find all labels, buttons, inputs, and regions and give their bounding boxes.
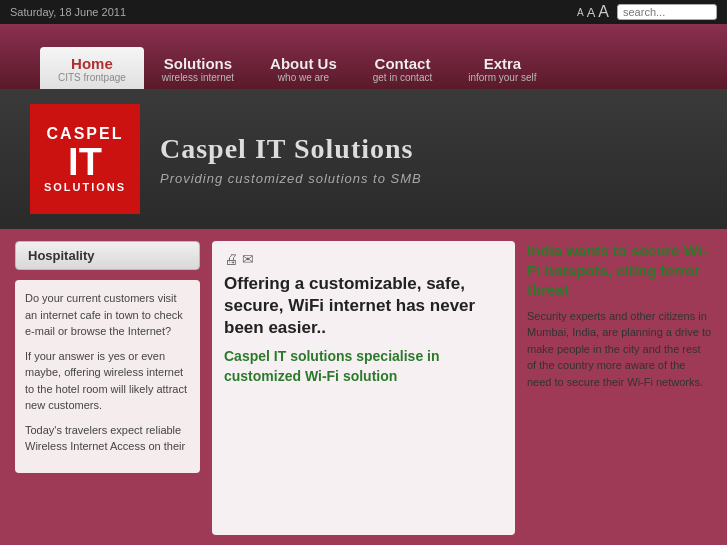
main-content: 🖨 ✉ Offering a customizable, safe, secur… <box>212 241 515 535</box>
content-area: Hospitality Do your current customers vi… <box>0 229 727 545</box>
hero-section: CASPEL IT SOLUTIONS Caspel IT Solutions … <box>0 89 727 229</box>
nav-sublabel-solutions: wireless internet <box>162 72 234 83</box>
nav-item-about[interactable]: About Us who we are <box>252 47 355 89</box>
logo-box: CASPEL IT SOLUTIONS <box>30 104 140 214</box>
nav-label-contact: Contact <box>373 55 432 72</box>
font-small[interactable]: A <box>577 7 584 18</box>
nav-label-home: Home <box>58 55 126 72</box>
nav-sublabel-home: CITS frontpage <box>58 72 126 83</box>
nav-label-solutions: Solutions <box>162 55 234 72</box>
nav-item-contact[interactable]: Contact get in contact <box>355 47 450 89</box>
logo-it: IT <box>68 143 102 181</box>
nav-item-home[interactable]: Home CITS frontpage <box>40 47 144 89</box>
nav-sublabel-extra: inform your self <box>468 72 536 83</box>
nav-sublabel-about: who we are <box>270 72 337 83</box>
nav-item-extra[interactable]: Extra inform your self <box>450 47 554 89</box>
nav-bar: Home CITS frontpage Solutions wireless i… <box>0 24 727 89</box>
font-size-controls: A A A <box>577 3 609 21</box>
sidebar-para-3: Today's travelers expect reliable Wirele… <box>25 422 190 455</box>
hero-title: Caspel IT Solutions <box>160 133 422 165</box>
main-headline: Offering a customizable, safe, secure, W… <box>224 273 503 339</box>
font-large[interactable]: A <box>598 3 609 21</box>
main-sub: Caspel IT solutions specialise in custom… <box>224 347 503 386</box>
sidebar-para-1: Do your current customers visit an inter… <box>25 290 190 340</box>
sidebar-para-2: If your answer is yes or even maybe, off… <box>25 348 190 414</box>
logo-solutions: SOLUTIONS <box>44 181 126 193</box>
search-input[interactable] <box>617 4 717 20</box>
font-medium[interactable]: A <box>587 5 596 20</box>
nav-item-solutions[interactable]: Solutions wireless internet <box>144 47 252 89</box>
top-bar-right: A A A <box>577 3 717 21</box>
date-label: Saturday, 18 June 2011 <box>10 6 126 18</box>
top-bar: Saturday, 18 June 2011 A A A <box>0 0 727 24</box>
sidebar-title: Hospitality <box>15 241 200 270</box>
print-icon[interactable]: 🖨 <box>224 251 238 267</box>
sidebar-content: Do your current customers visit an inter… <box>15 280 200 473</box>
nav-sublabel-contact: get in contact <box>373 72 432 83</box>
main-icons: 🖨 ✉ <box>224 251 503 267</box>
nav-label-about: About Us <box>270 55 337 72</box>
hero-text: Caspel IT Solutions Providing customized… <box>160 133 422 186</box>
hero-subtitle: Providing customized solutions to SMB <box>160 171 422 186</box>
sidebar: Hospitality Do your current customers vi… <box>15 241 200 535</box>
right-headline: India wants to secure Wi-Fi hotspots, ci… <box>527 241 712 300</box>
right-content: Security experts and other citizens in M… <box>527 308 712 391</box>
right-sidebar: India wants to secure Wi-Fi hotspots, ci… <box>527 241 712 535</box>
email-icon[interactable]: ✉ <box>242 251 254 267</box>
nav-label-extra: Extra <box>468 55 536 72</box>
